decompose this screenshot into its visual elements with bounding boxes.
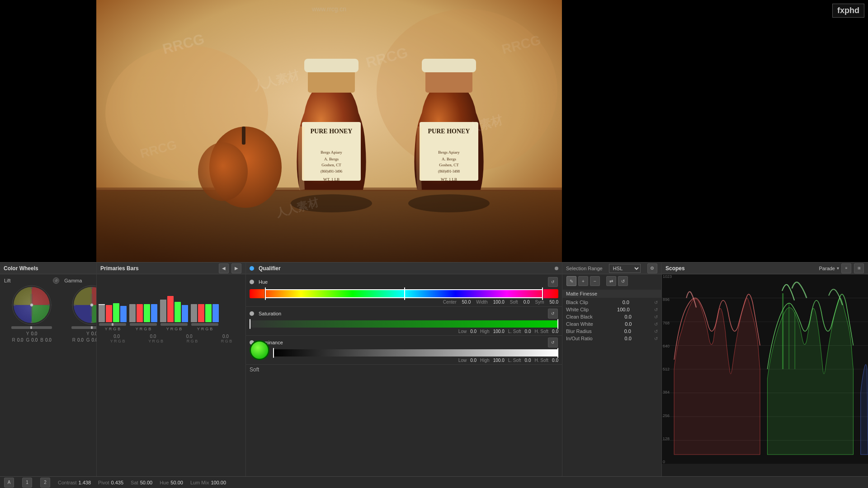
blur-radius-row: Blur Radius 0.0 ↺ — [562, 328, 661, 335]
hue-label: Hue — [259, 279, 268, 285]
hue-section: Hue ↺ Center 50.0 Width 100.0 Soft 0.0 S… — [246, 274, 562, 306]
lum-mix-item: Lum Mix 100.00 — [190, 480, 226, 485]
lum-handle-right[interactable] — [557, 348, 558, 358]
select-reset-btn[interactable]: ↺ — [618, 276, 628, 286]
scopes-dropdown-arrow[interactable]: ▾ — [837, 266, 839, 271]
hue-reset-btn[interactable]: ↺ — [548, 277, 558, 287]
svg-text:WT. 1 LB: WT. 1 LB — [323, 177, 340, 182]
gain-g-bar[interactable] — [175, 302, 181, 322]
page-1-btn[interactable]: 1 — [22, 478, 32, 488]
primaries-btn-left[interactable]: ◀ — [219, 263, 229, 273]
select-add-btn[interactable]: + — [578, 276, 588, 286]
hsl-settings-btn[interactable]: ⚙ — [647, 263, 657, 273]
pivot-item: Pivot 0.435 — [98, 480, 123, 485]
lum-params-row: Low 0.0 High 100.0 L. Soft 0.0 H. Soft 0… — [246, 357, 562, 363]
offset-b-bar[interactable] — [212, 304, 219, 322]
gamma-y-bar[interactable] — [129, 304, 136, 322]
scopes-title: Scopes — [665, 265, 685, 272]
hue-toggle-dot[interactable] — [250, 280, 254, 284]
gamma-b-bar[interactable] — [151, 304, 157, 322]
hue-handle-left[interactable] — [265, 287, 266, 300]
lift-y-bar[interactable] — [99, 304, 105, 322]
clean-white-value[interactable]: 0.0 — [613, 321, 632, 327]
lum-mix-value[interactable]: 100.00 — [211, 480, 226, 485]
hue-width-value[interactable]: 100.0 — [493, 300, 505, 305]
offset-y-bar[interactable] — [191, 304, 197, 322]
svg-rect-80 — [794, 312, 795, 369]
offset-r-bar[interactable] — [198, 304, 204, 322]
primaries-bars-area: YR GB YR GB — [97, 274, 245, 333]
scopes-header: Scopes Parade ▾ ≡ ⊞ — [662, 263, 868, 274]
svg-rect-79 — [788, 303, 789, 369]
primaries-btn-right[interactable]: ▶ — [231, 263, 241, 273]
sat-toggle-dot[interactable] — [250, 311, 254, 316]
gain-b-bar[interactable] — [182, 305, 188, 322]
sat-handle-left[interactable] — [250, 319, 250, 329]
clean-black-reset[interactable]: ↺ — [654, 314, 658, 319]
sat-status-value[interactable]: 50.00 — [140, 480, 153, 485]
white-clip-value[interactable]: 100.0 — [612, 307, 630, 312]
gamma-r-bar[interactable] — [137, 304, 143, 322]
gain-r-bar[interactable] — [167, 296, 174, 322]
select-subtract-btn[interactable]: − — [590, 276, 600, 286]
svg-text:(860)491-3496: (860)491-3496 — [321, 169, 342, 174]
scopes-mode[interactable]: Parade — [819, 266, 835, 271]
hue-sym-value[interactable]: 50.0 — [550, 300, 558, 305]
contrast-value[interactable]: 1.438 — [79, 480, 91, 485]
blur-radius-reset[interactable]: ↺ — [654, 329, 658, 334]
lum-handle-left[interactable] — [273, 348, 274, 358]
clean-black-row: Clean Black 0.0 ↺ — [562, 313, 661, 320]
lift-b-bar[interactable] — [120, 306, 127, 322]
sat-handle-right[interactable] — [557, 319, 558, 329]
a-btn[interactable]: A — [4, 478, 14, 488]
hue-status-label: Hue — [160, 480, 169, 485]
lift-reset-btn[interactable]: ↺ — [53, 277, 59, 284]
saturation-section: Saturation ↺ Low 0.0 High 100.0 L. Soft … — [246, 306, 562, 335]
lift-r-bar[interactable] — [106, 305, 112, 322]
lum-reset-btn[interactable]: ↺ — [548, 338, 558, 347]
sat-bar[interactable] — [250, 320, 558, 328]
hue-soft-value[interactable]: 0.0 — [524, 300, 530, 305]
sat-status-label: Sat — [131, 480, 138, 485]
page-2-btn[interactable]: 2 — [40, 478, 50, 488]
black-clip-value[interactable]: 0.0 — [611, 300, 629, 305]
gamma-g-bar[interactable] — [144, 304, 150, 322]
hue-gradient-container[interactable] — [250, 289, 558, 298]
video-scene: PURE HONEY Bergs Apiary A. Bergs Goshen,… — [96, 0, 562, 262]
gain-scrubber[interactable] — [160, 323, 188, 326]
offset-scrubber[interactable] — [191, 323, 218, 326]
hue-handle-right[interactable] — [542, 287, 543, 300]
lift-wheel[interactable] — [11, 285, 52, 325]
blur-radius-value[interactable]: 0.0 — [613, 328, 631, 334]
offset-g-bar[interactable] — [205, 304, 212, 322]
svg-point-47 — [91, 287, 93, 289]
fxphd-logo: fxphd — [832, 4, 864, 18]
black-clip-reset[interactable]: ↺ — [654, 300, 658, 305]
white-clip-reset[interactable]: ↺ — [654, 307, 658, 312]
pivot-value[interactable]: 0.435 — [111, 480, 124, 485]
clean-black-value[interactable]: 0.0 — [613, 314, 632, 319]
select-invert-btn[interactable]: ⇄ — [606, 276, 616, 286]
gain-y-bar[interactable] — [160, 300, 166, 322]
svg-point-39 — [31, 287, 33, 289]
svg-rect-44 — [30, 294, 33, 316]
hue-bar[interactable] — [250, 289, 558, 298]
lum-bar[interactable] — [273, 349, 558, 357]
hue-handle-center[interactable] — [404, 287, 405, 300]
hsl-mode-dropdown[interactable]: HSL Lum Chroma — [609, 264, 641, 273]
svg-text:Goshen, CT: Goshen, CT — [321, 163, 341, 167]
sat-reset-btn[interactable]: ↺ — [548, 309, 558, 319]
scopes-layout-btn[interactable]: ⊞ — [854, 263, 864, 273]
scopes-settings-btn[interactable]: ≡ — [841, 263, 851, 273]
in-out-ratio-reset[interactable]: ↺ — [654, 336, 658, 341]
sat-label: Saturation — [259, 311, 281, 316]
select-eyedropper-btn[interactable]: ✎ — [566, 276, 576, 286]
lift-g-bar[interactable] — [113, 303, 119, 322]
hue-center-value[interactable]: 50.0 — [462, 300, 471, 305]
clean-white-reset[interactable]: ↺ — [654, 322, 658, 327]
in-out-ratio-value[interactable]: 0.0 — [613, 336, 632, 341]
lift-scrubber[interactable] — [99, 323, 126, 326]
gamma-scrubber[interactable] — [130, 323, 157, 326]
hue-status-value[interactable]: 50.00 — [170, 480, 183, 485]
matte-finesse-header: Matte Finesse — [562, 290, 661, 298]
